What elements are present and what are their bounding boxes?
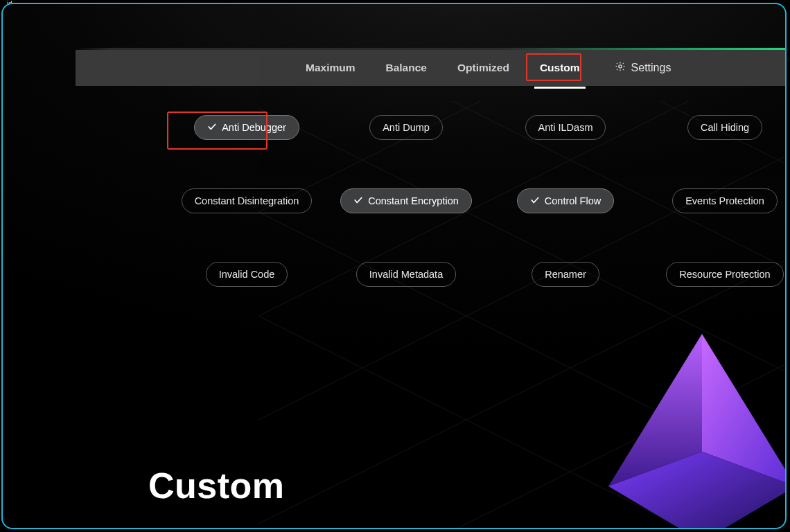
svg-marker-13 (608, 452, 787, 529)
svg-line-5 (258, 316, 787, 529)
option-constant-disintegration[interactable]: Constant Disintegration (182, 188, 313, 213)
tab-maximum[interactable]: Maximum (304, 59, 357, 77)
prism-decoration (598, 313, 787, 529)
option-invalid-code[interactable]: Invalid Code (206, 262, 288, 287)
svg-point-0 (618, 65, 621, 68)
svg-marker-12 (608, 334, 702, 486)
option-control-flow[interactable]: Control Flow (517, 188, 614, 213)
svg-line-10 (258, 316, 787, 529)
settings-button[interactable]: Settings (615, 61, 672, 75)
option-anti-ildasm[interactable]: Anti ILDasm (525, 115, 606, 140)
tab-optimized[interactable]: Optimized (456, 59, 511, 77)
option-label: Anti Debugger (222, 122, 286, 133)
option-label: Renamer (545, 269, 586, 280)
option-label: Invalid Metadata (369, 269, 443, 280)
check-icon (530, 195, 540, 207)
options-grid: Anti DebuggerAnti DumpAnti ILDasmCall Hi… (76, 94, 785, 287)
check-icon (207, 122, 217, 134)
option-label: Call Hiding (701, 122, 749, 133)
gear-icon (615, 61, 626, 75)
option-label: Constant Disintegration (195, 195, 299, 206)
svg-marker-11 (702, 334, 787, 486)
option-constant-encryption[interactable]: Constant Encryption (340, 188, 472, 213)
settings-label: Settings (631, 62, 672, 74)
option-renamer[interactable]: Renamer (532, 262, 599, 287)
option-label: Constant Encryption (368, 195, 459, 206)
app-frame: Maximum Balance Optimized Custom Setting… (1, 3, 787, 529)
option-label: Invalid Code (219, 269, 275, 280)
option-resource-protection[interactable]: Resource Protection (666, 262, 783, 287)
check-icon (353, 195, 363, 207)
page-title: Custom (148, 465, 285, 506)
tab-balance[interactable]: Balance (385, 59, 428, 77)
option-label: Control Flow (545, 195, 601, 206)
option-anti-debugger[interactable]: Anti Debugger (194, 115, 299, 140)
option-label: Events Protection (685, 195, 764, 206)
option-label: Anti ILDasm (538, 122, 593, 133)
option-events-protection[interactable]: Events Protection (672, 188, 778, 213)
option-call-hiding[interactable]: Call Hiding (687, 115, 762, 140)
option-anti-dump[interactable]: Anti Dump (369, 115, 443, 140)
option-label: Resource Protection (679, 269, 770, 280)
tabbar: Maximum Balance Optimized Custom Setting… (76, 50, 785, 86)
option-label: Anti Dump (383, 122, 430, 133)
option-invalid-metadata[interactable]: Invalid Metadata (356, 262, 456, 287)
tab-custom[interactable]: Custom (538, 59, 581, 77)
